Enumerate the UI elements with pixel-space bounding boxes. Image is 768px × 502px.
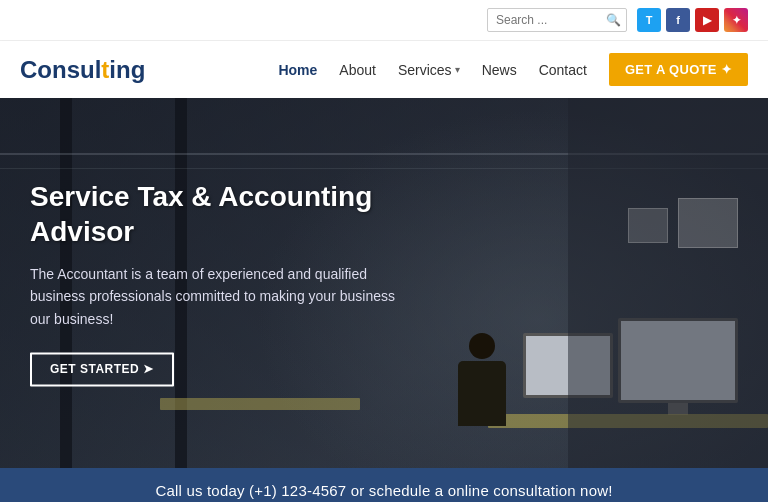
nav-item-about[interactable]: About [339, 62, 376, 78]
services-chevron: ▾ [455, 64, 460, 75]
nav-item-contact[interactable]: Contact [539, 62, 587, 78]
youtube-icon[interactable]: ▶ [695, 8, 719, 32]
header: Consulting Home About Services ▾ News Co… [0, 41, 768, 98]
get-quote-button[interactable]: GET A QUOTE ✦ [609, 53, 748, 86]
person-body [458, 361, 506, 426]
top-bar: 🔍 T f ▶ ✦ [0, 0, 768, 41]
nav-item-home[interactable]: Home [278, 62, 317, 78]
hero-section: Service Tax & Accounting Advisor The Acc… [0, 98, 768, 468]
hero-title: Service Tax & Accounting Advisor [30, 179, 410, 249]
person-silhouette [458, 333, 506, 426]
get-started-button[interactable]: GET STARTED ➤ [30, 353, 174, 387]
logo[interactable]: Consulting [20, 56, 145, 84]
twitter-icon[interactable]: T [637, 8, 661, 32]
nav-item-services[interactable]: Services ▾ [398, 62, 460, 78]
logo-accent: t [101, 56, 109, 83]
nav-item-news[interactable]: News [482, 62, 517, 78]
social-icons: T f ▶ ✦ [637, 8, 748, 32]
cta-bar: Call us today (+1) 123-4567 or schedule … [0, 468, 768, 502]
search-wrap: 🔍 [487, 8, 627, 32]
search-button[interactable]: 🔍 [606, 13, 621, 27]
board-item [678, 198, 738, 248]
desk-surface-left [160, 398, 360, 410]
hero-subtitle: The Accountant is a team of experienced … [30, 263, 410, 330]
hero-content: Service Tax & Accounting Advisor The Acc… [30, 179, 410, 386]
board-item-2 [628, 208, 668, 243]
facebook-icon[interactable]: f [666, 8, 690, 32]
cta-text: Call us today (+1) 123-4567 or schedule … [155, 482, 612, 499]
instagram-icon[interactable]: ✦ [724, 8, 748, 32]
right-wall [568, 98, 768, 468]
person-head [469, 333, 495, 359]
main-nav: Home About Services ▾ News Contact GET A… [278, 53, 748, 86]
